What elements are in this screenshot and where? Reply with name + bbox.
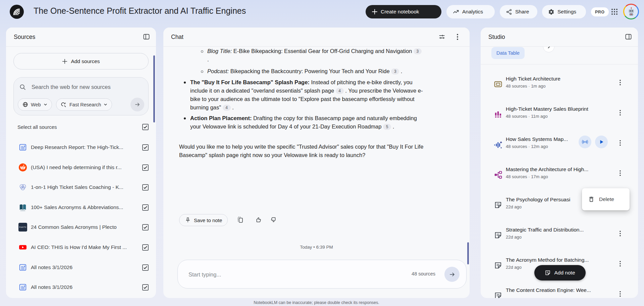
source-checkbox[interactable] <box>142 164 149 171</box>
chat-input[interactable] <box>188 260 370 289</box>
select-all-label: Select all sources <box>17 124 57 130</box>
studio-item-meta: 22d ago <box>506 204 522 209</box>
sub-bullet-marker <box>201 70 203 73</box>
source-title: 24 Common Sales Acronyms | Plecto <box>31 224 139 230</box>
sources-panel-header: Sources <box>6 28 156 47</box>
source-row[interactable]: Deep Research Report: The High-Tick... <box>6 138 156 157</box>
studio-panel-header: Studio <box>481 28 638 47</box>
source-checkbox[interactable] <box>142 264 149 271</box>
studio-item[interactable]: Mastering the Architecture of High... 48… <box>481 165 638 192</box>
studio-item-title: High Ticket Architecture <box>506 76 606 82</box>
pin-icon <box>185 217 191 223</box>
item-more-menu-icon[interactable] <box>616 78 624 87</box>
source-checkbox[interactable] <box>142 284 149 291</box>
research-mode-chip[interactable]: Fast Research <box>56 98 112 111</box>
copy-icon[interactable] <box>236 216 245 224</box>
flashcards-icon <box>494 80 502 89</box>
source-row[interactable]: PLECTO 24 Common Sales Acronyms | Plecto <box>6 218 156 237</box>
source-checkbox[interactable] <box>142 224 149 231</box>
citation-chip[interactable]: 3 <box>414 48 422 54</box>
source-title: All notes 3/1/2026 <box>31 264 139 270</box>
item-more-menu-icon[interactable] <box>616 108 624 117</box>
thumbs-down-icon[interactable] <box>270 216 278 224</box>
chat-more-menu-icon[interactable] <box>454 33 461 41</box>
add-sources-button[interactable]: Add sources <box>13 53 149 69</box>
note-doc-icon <box>18 283 27 292</box>
source-row[interactable]: (USA) I need help determining if this r.… <box>6 158 156 177</box>
source-row[interactable]: All notes 3/1/2026 <box>6 258 156 277</box>
interactive-mode-button[interactable] <box>579 136 591 148</box>
analytics-button[interactable]: Analytics <box>446 5 495 18</box>
share-button[interactable]: Share <box>500 5 537 18</box>
item-more-menu-icon[interactable] <box>616 259 624 268</box>
notebooklm-logo-icon[interactable] <box>9 4 24 19</box>
reddit-icon <box>18 163 27 172</box>
thumbs-up-icon[interactable] <box>255 216 263 224</box>
app-header: The One-Sentence Profit Extractor and AI… <box>0 0 644 23</box>
data-table-chip[interactable]: Data Table <box>491 47 525 59</box>
disclaimer-text: NotebookLM can be inaccurate; please dou… <box>163 300 470 305</box>
source-checkbox[interactable] <box>142 144 149 151</box>
source-checkbox[interactable] <box>142 244 149 251</box>
citation-chip[interactable]: 5 <box>383 124 391 130</box>
chat-input-bar: 48 sources <box>177 260 467 289</box>
source-row[interactable]: 100+ Sales Acronyms & Abbreviations... <box>6 198 156 217</box>
chevron-down-icon <box>104 103 107 106</box>
studio-panel: Studio Data Table High Ticket Architectu… <box>481 28 638 298</box>
delete-menu-item[interactable]: Delete <box>582 188 630 210</box>
item-more-menu-icon[interactable] <box>616 229 624 238</box>
chat-panel: Chat Blog Title: E-Bike Bikepacking: Ess… <box>163 28 470 298</box>
search-sparkle-icon <box>61 102 67 108</box>
account-avatar[interactable] <box>623 4 639 19</box>
source-checkbox[interactable] <box>142 204 149 211</box>
studio-item[interactable]: The Content Creation Engine: Wee... <box>481 286 638 298</box>
studio-item-meta: 48 sources · 12m ago <box>506 144 548 149</box>
citation-chip[interactable]: 4 <box>223 105 231 111</box>
add-note-button[interactable]: Add note <box>534 265 586 280</box>
expand-panel-icon[interactable] <box>625 33 632 40</box>
notebook-title[interactable]: The One-Sentence Profit Extractor and AI… <box>34 6 246 16</box>
chat-scrollbar[interactable] <box>467 242 469 264</box>
sub-bullet-item: Podcast: Bikepacking the Backcountry: Po… <box>207 67 442 75</box>
submit-search-button[interactable] <box>130 98 144 111</box>
item-more-menu-icon[interactable] <box>616 168 624 178</box>
note-add-icon <box>545 270 551 276</box>
item-more-menu-icon[interactable] <box>616 289 624 298</box>
item-more-menu-icon[interactable] <box>616 138 624 148</box>
session-date-divider: Today • 6:39 PM <box>163 245 470 250</box>
open-book-icon <box>18 203 27 212</box>
source-row[interactable]: AI CEO: THIS is How I'd Make My First ..… <box>6 238 156 257</box>
create-notebook-button[interactable]: Create notebook <box>366 5 441 18</box>
web-filter-chip[interactable]: Web <box>18 98 52 111</box>
sources-count-label: 48 sources <box>412 271 435 276</box>
flowchart-icon <box>494 170 502 179</box>
studio-item[interactable]: High Ticket Architecture 48 sources · 1m… <box>481 74 638 101</box>
bullet-marker <box>184 82 186 84</box>
source-checkbox[interactable] <box>142 184 149 191</box>
apps-grid-icon[interactable] <box>610 7 619 16</box>
citation-chip[interactable]: 4 <box>336 88 344 94</box>
note-doc-icon <box>18 263 27 272</box>
chat-panel-title: Chat <box>171 34 183 41</box>
send-button[interactable] <box>444 267 460 282</box>
chat-panel-header: Chat <box>163 28 470 47</box>
search-icon <box>19 84 26 91</box>
studio-item-meta: 22d ago <box>506 265 522 270</box>
studio-item[interactable]: Strategic Traffic and Distribution... 22… <box>481 225 638 252</box>
studio-item[interactable]: High-Ticket Mastery Sales Blueprint 48 s… <box>481 105 638 132</box>
collapse-panel-icon[interactable] <box>143 33 150 40</box>
play-audio-button[interactable] <box>595 136 608 148</box>
source-title: 1-on-1 High Ticket Sales Coaching - K... <box>31 184 139 190</box>
save-to-note-button[interactable]: Save to note <box>179 214 228 226</box>
citation-chip[interactable]: 3 <box>391 68 399 74</box>
chat-settings-icon[interactable] <box>438 34 445 41</box>
studio-item-audio-overview[interactable]: How Sales Systems Map... 48 sources · 12… <box>481 135 638 162</box>
sources-scrollbar[interactable] <box>153 55 155 122</box>
settings-button[interactable]: Settings <box>542 5 586 18</box>
source-row[interactable]: 1-on-1 High Ticket Sales Coaching - K... <box>6 178 156 197</box>
source-row[interactable]: All notes 3/1/2026 <box>6 278 156 297</box>
sub-bullet-marker <box>201 50 203 53</box>
select-all-checkbox[interactable] <box>142 124 149 130</box>
search-web-input[interactable] <box>31 84 144 91</box>
studio-item-title: High-Ticket Mastery Sales Blueprint <box>506 106 606 112</box>
